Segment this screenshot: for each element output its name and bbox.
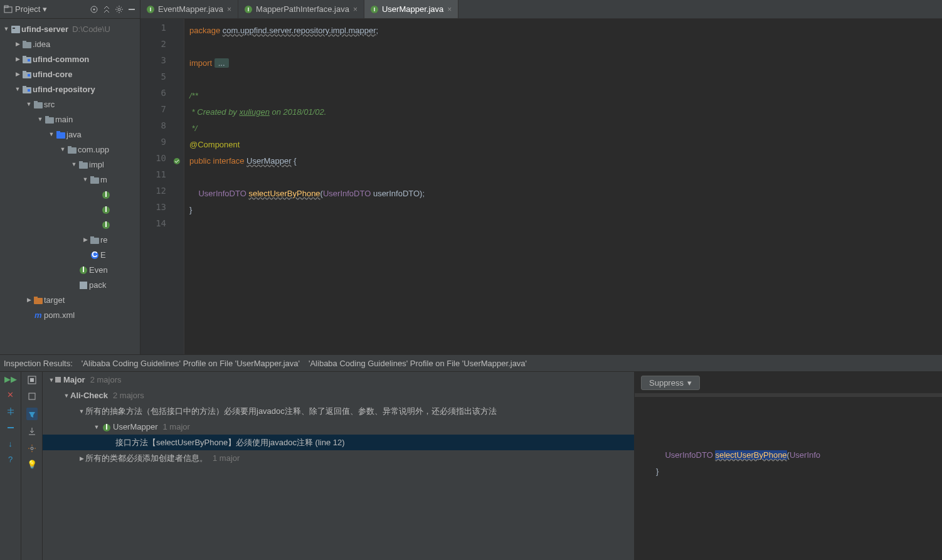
inspection-actions-left: ▶▶ ✕ ↓ ?	[0, 372, 21, 560]
chevron-down-icon[interactable]: ▾	[43, 4, 47, 14]
autoscroll-icon[interactable]	[27, 391, 37, 402]
editor-tab[interactable]: IUserMapper.java×	[364, 0, 458, 18]
svg-rect-8	[23, 42, 31, 48]
svg-rect-24	[56, 131, 60, 133]
svg-rect-30	[90, 176, 94, 178]
inspection-tab-2[interactable]: 'Alibaba Coding Guidelines' Profile on F…	[309, 359, 527, 368]
filter-icon[interactable]	[26, 408, 38, 420]
insp-major[interactable]: ▼ Major 2 majors	[43, 372, 634, 388]
editor-tab[interactable]: IEventMapper.java×	[140, 0, 238, 18]
expand-icon[interactable]	[6, 406, 16, 416]
export-icon[interactable]	[27, 426, 37, 437]
tree-item[interactable]: ▶ufind-common	[0, 51, 140, 66]
preview-code[interactable]: UserInfoDTO selectUserByPhone(UserInfo }	[635, 397, 942, 560]
tree-root-name: ufind-server	[21, 24, 68, 34]
tree-item[interactable]: ▼main	[0, 112, 140, 127]
tree-item[interactable]: ▶target	[0, 292, 140, 307]
svg-rect-21	[45, 117, 54, 124]
svg-rect-22	[45, 116, 49, 118]
tree-item[interactable]: ▼com.upp	[0, 142, 140, 157]
bulb-icon[interactable]: 💡	[27, 460, 37, 469]
tree-item[interactable]: I	[0, 202, 140, 217]
tree-item[interactable]: ▼src	[0, 97, 140, 112]
svg-rect-7	[13, 28, 15, 29]
chevron-down-icon: ▾	[687, 378, 692, 388]
tree-item[interactable]: I	[0, 217, 140, 232]
close-icon[interactable]: ×	[227, 5, 231, 14]
svg-rect-27	[79, 162, 88, 169]
svg-text:I: I	[105, 424, 108, 431]
svg-point-4	[118, 8, 120, 11]
insp-file[interactable]: ▼ I UserMapper 1 major	[43, 419, 634, 435]
svg-rect-17	[23, 86, 26, 88]
tree-root-path: D:\Code\U	[72, 24, 110, 34]
help-icon[interactable]: ?	[8, 455, 13, 464]
close-icon[interactable]: ×	[353, 5, 357, 14]
collapse-icon[interactable]	[102, 5, 111, 14]
tree-item[interactable]: I	[0, 187, 140, 202]
tree-item[interactable]: pack	[0, 277, 140, 292]
hide-icon[interactable]	[127, 5, 136, 14]
interface-icon: I	[371, 6, 378, 13]
tree-root[interactable]: ▼ ufind-server D:\Code\U	[0, 21, 140, 36]
code[interactable]: package com.uppfind.server.repository.im…	[184, 19, 942, 354]
insp-alicheck[interactable]: ▼ Ali-Check 2 majors	[43, 388, 634, 403]
editor-tabs: IEventMapper.java×IMapperPathInterface.j…	[140, 0, 942, 19]
tree-item[interactable]: ▶.idea	[0, 36, 140, 51]
code-area[interactable]: 123567891011121314 package com.uppfind.s…	[140, 19, 942, 354]
editor-tab[interactable]: IMapperPathInterface.java×	[238, 0, 364, 18]
tree-item[interactable]: ▶re	[0, 232, 140, 247]
svg-rect-14	[23, 71, 26, 73]
svg-text:I: I	[105, 191, 107, 199]
interface-icon: I	[245, 6, 252, 13]
group-icon[interactable]	[27, 374, 37, 385]
tree-item[interactable]: ▶ufind-core	[0, 66, 140, 82]
tree-item[interactable]: mpom.xml	[0, 307, 140, 322]
tree-item[interactable]: IEven	[0, 262, 140, 277]
tree-item[interactable]: CE	[0, 247, 140, 262]
insp-rule-1[interactable]: ▼ 所有的抽象方法（包括接口中的方法）必须要用javadoc注释、除了返回值、参…	[43, 403, 634, 419]
suppress-button[interactable]: Suppress▾	[641, 376, 700, 390]
gutter: 123567891011121314	[140, 19, 184, 354]
svg-rect-6	[11, 26, 20, 33]
svg-rect-19	[34, 102, 43, 108]
svg-rect-37	[90, 238, 99, 244]
svg-point-47	[174, 158, 180, 164]
svg-rect-43	[80, 282, 87, 289]
svg-rect-45	[34, 297, 38, 298]
svg-text:I: I	[105, 206, 107, 214]
svg-rect-5	[129, 9, 135, 10]
gear-icon[interactable]	[115, 5, 124, 14]
editor-area: IEventMapper.java×IMapperPathInterface.j…	[140, 0, 942, 354]
tree-item[interactable]: ▼m	[0, 172, 140, 187]
next-icon[interactable]: ↓	[8, 439, 13, 448]
svg-rect-15	[28, 74, 30, 77]
insp-issue[interactable]: 接口方法【selectUserByPhone】必须使用javadoc注释 (li…	[43, 435, 634, 450]
inspection-tab-1[interactable]: 'Alibaba Coding Guidelines' Profile on F…	[82, 359, 300, 368]
svg-rect-23	[56, 132, 65, 139]
implement-icon[interactable]	[172, 156, 181, 164]
tree-item[interactable]: ▼java	[0, 127, 140, 142]
inspection-panel: ▶▶ ✕ ↓ ? 💡 ▼ Major 2 majors ▼ Ali-Check	[0, 372, 942, 560]
tree-item[interactable]: ▼impl	[0, 157, 140, 172]
svg-text:I: I	[82, 267, 85, 274]
svg-text:I: I	[105, 221, 107, 229]
project-label: Project	[15, 4, 40, 14]
project-header[interactable]: Project ▾	[0, 0, 140, 19]
project-tree[interactable]: ▼ ufind-server D:\Code\U ▶.idea▶ufind-co…	[0, 19, 140, 354]
svg-rect-11	[23, 56, 26, 58]
close-icon[interactable]: ×	[447, 5, 452, 14]
inspection-tree[interactable]: ▼ Major 2 majors ▼ Ali-Check 2 majors ▼ …	[43, 372, 635, 560]
rerun-icon[interactable]: ▶▶	[4, 374, 17, 384]
svg-rect-49	[30, 378, 34, 382]
inspection-preview: Suppress▾ UserInfoDTO selectUserByPhone(…	[635, 372, 942, 560]
tree-item[interactable]: ▼ufind-repository	[0, 82, 140, 97]
insp-rule-2[interactable]: ▶ 所有的类都必须添加创建者信息。 1 major	[43, 450, 634, 466]
svg-rect-29	[90, 177, 99, 184]
inspection-actions-right: 💡	[21, 372, 43, 560]
locate-icon[interactable]	[90, 5, 98, 14]
svg-text:C: C	[92, 251, 98, 259]
close-icon[interactable]: ✕	[7, 390, 14, 399]
edit-settings-icon[interactable]	[27, 443, 37, 453]
collapse-all-icon[interactable]	[6, 423, 16, 433]
